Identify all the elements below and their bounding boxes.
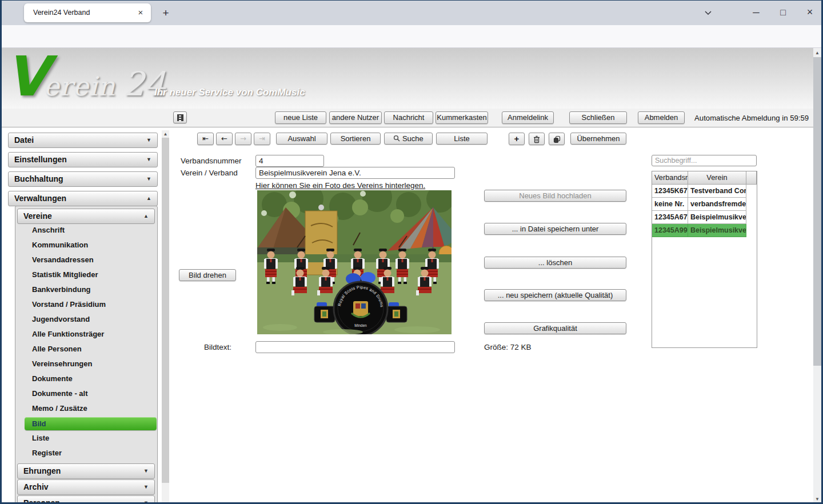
sidebar-item-register[interactable]: Register: [32, 449, 62, 461]
sidebar-item-vereinsehrungen[interactable]: Vereinsehrungen: [32, 359, 92, 372]
page-scrollbar[interactable]: ▲ ▼: [813, 48, 821, 504]
sidebar-item-archiv[interactable]: Archiv▼: [17, 479, 155, 495]
resave-image-button[interactable]: ... neu speichern (aktuelle Qualität): [484, 289, 626, 301]
sidebar-item-buchhaltung[interactable]: Buchhaltung▼: [8, 171, 158, 187]
sidebar-item-einstellungen[interactable]: Einstellungen▼: [8, 152, 158, 167]
other-users-button[interactable]: andere Nutzer: [329, 111, 382, 124]
tab-title: Verein24 Verband: [33, 3, 90, 22]
sort-button[interactable]: Sortieren: [330, 133, 381, 145]
search-input[interactable]: [652, 155, 757, 166]
sidebar-item-memo-zusaetze[interactable]: Memo / Zusätze: [32, 404, 87, 417]
sidebar-item-datei[interactable]: Datei▼: [8, 133, 158, 148]
sidebar-item-verwaltungen[interactable]: Verwaltungen▲: [8, 191, 158, 206]
rotate-image-button[interactable]: Bild drehen: [179, 269, 236, 281]
list-button[interactable]: Liste: [436, 133, 488, 145]
sidebar-item-bankverbindung[interactable]: Bankverbindung: [32, 285, 91, 298]
window-border-top: [0, 0, 823, 1]
delete-image-button[interactable]: ... löschen: [484, 257, 626, 269]
sidebar-item-jugendvorstand[interactable]: Jugendvorstand: [32, 315, 90, 327]
verein-verband-input[interactable]: [255, 167, 455, 179]
first-record-button[interactable]: ⇤: [197, 133, 214, 145]
sidebar-label: Vereine: [23, 211, 52, 221]
sidebar-item-liste[interactable]: Liste: [32, 434, 49, 446]
graphic-quality-button[interactable]: Grafikqualität: [484, 322, 626, 334]
verein-photo: Royal Scots Pipes and Drums Minden: [257, 190, 452, 334]
column-header-verein[interactable]: Verein: [688, 171, 746, 185]
upload-image-button[interactable]: Neues Bild hochladen: [484, 190, 626, 202]
photo-upload-link[interactable]: Hier können Sie ein Foto des Vereins hin…: [255, 181, 425, 190]
chevron-down-icon: ▼: [143, 480, 149, 494]
copy-icon: [553, 135, 561, 143]
table-row[interactable]: 12345K678Testverband Comm: [652, 185, 757, 198]
sidebar-item-anschrift[interactable]: Anschrift: [32, 226, 65, 238]
sidebar-item-versandadressen[interactable]: Versandadressen: [32, 255, 94, 268]
add-record-button[interactable]: +: [509, 133, 525, 145]
drum-city: Minden: [354, 323, 367, 327]
new-tab-button[interactable]: +: [159, 6, 173, 20]
sidebar-item-dokumente[interactable]: Dokumente: [32, 374, 73, 387]
sidebar-item-bild-selected[interactable]: Bild: [25, 417, 157, 430]
sidebar-label: Archiv: [23, 482, 49, 491]
verein24-logo: Verein24: [6, 48, 166, 107]
logo-script: erein: [43, 71, 115, 102]
apply-button[interactable]: Übernehmen: [570, 133, 626, 145]
auto-logout-timer: Automatische Abmeldung in 59:59: [694, 114, 809, 122]
sidebar-item-vereine[interactable]: Vereine▲: [17, 209, 155, 224]
sidebar-item-ehrungen[interactable]: Ehrungen▼: [17, 463, 155, 479]
logout-button[interactable]: Abmelden: [638, 111, 685, 124]
session-toolbar: neue Liste andere Nutzer Nachricht Kumme…: [0, 109, 823, 127]
last-record-button[interactable]: ⇥: [254, 133, 270, 145]
tab-close-icon[interactable]: ×: [135, 7, 146, 18]
sidebar-item-alle-personen[interactable]: Alle Personen: [32, 345, 82, 357]
feedback-button[interactable]: Kummerkasten: [436, 111, 488, 124]
bildtext-input[interactable]: [255, 341, 455, 353]
scroll-up-icon[interactable]: ▲: [813, 50, 821, 55]
browser-navbar: ← → https://verband24006.verein24.de/cgi…: [0, 25, 823, 48]
browser-tab[interactable]: Verein24 Verband ×: [24, 3, 151, 22]
scroll-up-icon[interactable]: ▲: [162, 131, 169, 137]
verband-table: Verbandsnr Verein 12345K678Testverband C…: [652, 171, 757, 348]
window-minimize-button[interactable]: ─: [748, 5, 765, 21]
menu-toggle-button[interactable]: [173, 111, 187, 123]
chevron-down-icon: ▼: [143, 464, 149, 478]
message-button[interactable]: Nachricht: [384, 111, 433, 124]
previous-record-button[interactable]: ←: [216, 133, 233, 145]
search-button[interactable]: Suche: [384, 133, 433, 145]
save-image-as-button[interactable]: ... in Datei speichern unter: [484, 223, 626, 235]
verein24-app: Verein24 Ihr neuer Service von ComMusic …: [0, 48, 823, 504]
verbandsnummer-input[interactable]: [255, 155, 324, 167]
sidebar-item-dokumente-alt[interactable]: Dokumente - alt: [32, 389, 88, 402]
window-close-button[interactable]: ×: [801, 5, 818, 21]
tab-strip: Verein24 Verband × + ─ □ ×: [0, 0, 823, 25]
tab-list-chevron-icon[interactable]: [704, 10, 712, 15]
table-row[interactable]: keine Nr.verbandsfremde Pe: [652, 198, 757, 211]
chevron-up-icon: ▲: [143, 209, 149, 223]
verein-verband-label: Verein / Verband: [181, 169, 238, 177]
new-list-button[interactable]: neue Liste: [275, 111, 326, 124]
scrollbar-thumb[interactable]: [162, 138, 169, 483]
next-record-button[interactable]: →: [235, 133, 251, 145]
slogan: Ihr neuer Service von ComMusic: [154, 87, 305, 98]
sidebar-item-kommunikation[interactable]: Kommunikation: [32, 241, 88, 253]
window-border-left: [0, 0, 2, 504]
window-maximize-button[interactable]: □: [774, 5, 792, 21]
chevron-down-icon: ▼: [146, 153, 151, 167]
copy-record-button[interactable]: [549, 133, 565, 145]
sidebar-scrollbar[interactable]: ▲: [162, 130, 169, 504]
scroll-down-icon[interactable]: ▼: [813, 497, 821, 502]
table-row-selected[interactable]: 12345A999Beispielmusikverein: [652, 224, 757, 237]
login-link-button[interactable]: Anmeldelink: [502, 111, 554, 124]
select-button[interactable]: Auswahl: [276, 133, 327, 145]
sidebar-item-vorstand-praesidium[interactable]: Vorstand / Präsidium: [32, 300, 106, 313]
table-row[interactable]: 12345A678Beispielmusikverein: [652, 211, 757, 224]
delete-record-button[interactable]: [529, 133, 545, 145]
image-size-text: Größe: 72 KB: [484, 343, 532, 351]
scrollbar-thumb[interactable]: [813, 57, 821, 366]
menu-toggle-icon: [177, 114, 183, 121]
chevron-down-icon: ▼: [146, 172, 151, 186]
close-button[interactable]: Schließen: [569, 111, 627, 124]
verbandsnummer-label: Verbandsnummer: [181, 157, 242, 165]
column-header-verbandsnr[interactable]: Verbandsnr: [652, 171, 688, 185]
sidebar-item-statistik-mitglieder[interactable]: Statistik Mitglieder: [32, 270, 98, 283]
sidebar-item-alle-funktionstraeger[interactable]: Alle Funktionsträger: [32, 330, 104, 342]
